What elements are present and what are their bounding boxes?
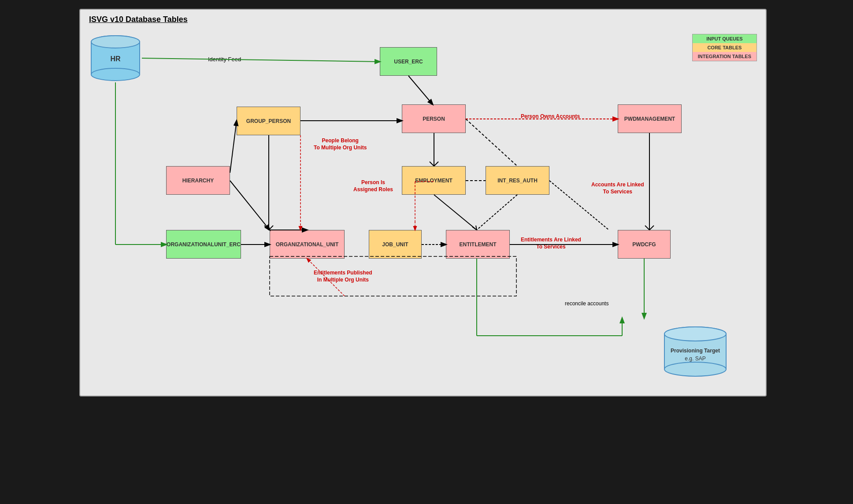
organizational-unit-erc-box: ORGANIZATIONALUNIT_ERC xyxy=(166,230,241,259)
legend-core-tables: CORE TABLES xyxy=(693,43,757,52)
svg-line-13 xyxy=(264,226,269,230)
svg-point-50 xyxy=(664,327,726,341)
svg-rect-39 xyxy=(270,256,516,296)
legend-input-queues: INPUT QUEUES xyxy=(693,34,757,43)
person-owns-accounts-label: Person Owns Accounts xyxy=(521,113,580,120)
svg-text:HR: HR xyxy=(110,55,121,63)
job-unit-box: JOB_UNIT xyxy=(369,230,422,259)
person-assigned-roles-label: Person IsAssigned Roles xyxy=(353,179,393,193)
svg-line-21 xyxy=(434,162,438,166)
person-box: PERSON xyxy=(402,104,466,133)
user-erc-box: USER_ERC xyxy=(380,47,437,76)
svg-line-10 xyxy=(408,76,433,104)
svg-line-20 xyxy=(430,162,434,166)
accounts-linked-label: Accounts Are LinkedTo Services xyxy=(591,182,644,195)
employment-box: EMPLOYMENT xyxy=(402,166,466,195)
svg-line-23 xyxy=(466,119,517,166)
svg-point-4 xyxy=(91,68,140,81)
diagram-title: ISVG v10 Database Tables xyxy=(89,15,188,24)
hr-cylinder: HR xyxy=(89,34,142,82)
svg-line-26 xyxy=(645,226,649,230)
svg-line-37 xyxy=(477,195,517,230)
svg-line-27 xyxy=(649,226,654,230)
svg-line-14 xyxy=(269,226,273,230)
svg-text:Provisioning Target: Provisioning Target xyxy=(671,348,720,354)
entitlement-box: ENTITLEMENT xyxy=(446,230,510,259)
legend-integration-tables: INTEGRATION TABLES xyxy=(693,52,757,61)
entitlements-linked-label: Entitlements Are LinkedTo Services xyxy=(521,237,581,250)
hierarchy-box: HIERARCHY xyxy=(166,166,230,195)
pwdcfg-box: PWDCFG xyxy=(618,230,671,259)
svg-point-49 xyxy=(664,362,726,376)
svg-line-16 xyxy=(230,181,270,230)
svg-line-7 xyxy=(142,58,380,62)
int-res-auth-box: INT_RES_AUTH xyxy=(486,166,549,195)
pwdmanagement-box: PWDMANAGEMENT xyxy=(618,104,682,133)
reconcile-accounts-label: reconcile accounts xyxy=(565,300,608,308)
people-belong-label: People BelongTo Multiple Org Units xyxy=(314,137,367,151)
svg-line-33 xyxy=(472,227,477,230)
svg-text:e.g. SAP: e.g. SAP xyxy=(685,356,705,362)
organizational-unit-box: ORGANIZATIONAL_UNIT xyxy=(270,230,345,259)
diagram-container: ISVG v10 Database Tables INPUT QUEUES CO… xyxy=(79,9,767,397)
legend: INPUT QUEUES CORE TABLES INTEGRATION TAB… xyxy=(692,34,757,61)
svg-point-5 xyxy=(91,36,140,48)
entitlements-published-label: Entitlements PublishedIn Multiple Org Un… xyxy=(314,270,372,283)
svg-line-32 xyxy=(434,195,477,230)
group-person-box: GROUP_PERSON xyxy=(237,107,300,135)
identity-feed-label: Identity Feed xyxy=(208,56,241,63)
svg-line-34 xyxy=(476,226,477,230)
provisioning-target-cylinder: Provisioning Target e.g. SAP xyxy=(660,325,731,378)
svg-line-17 xyxy=(230,121,237,173)
